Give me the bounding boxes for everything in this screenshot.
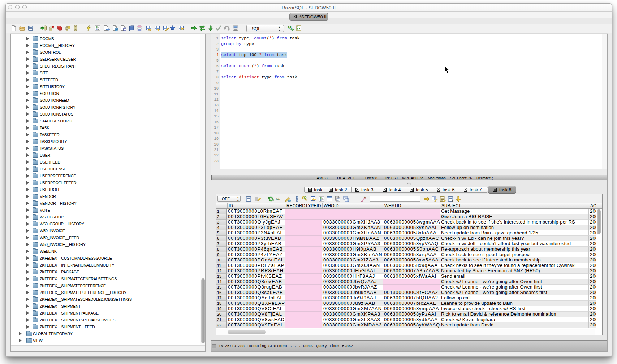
- svg-text:66: 66: [276, 197, 280, 201]
